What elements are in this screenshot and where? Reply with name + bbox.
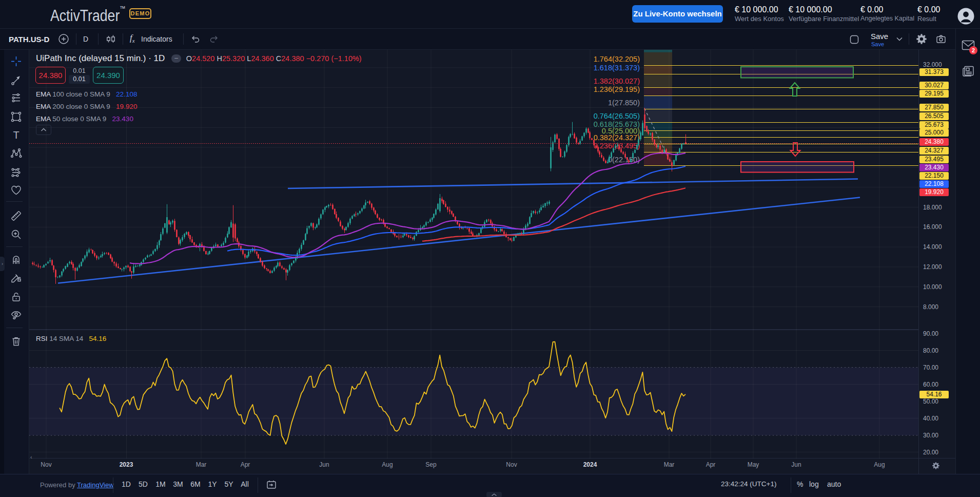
svg-text:1.382(30.027): 1.382(30.027) xyxy=(594,77,640,85)
svg-text:0.236(23.495): 0.236(23.495) xyxy=(594,142,640,150)
svg-text:1.764(32.205): 1.764(32.205) xyxy=(594,55,640,63)
svg-text:0.382(24.327): 0.382(24.327) xyxy=(594,133,640,142)
svg-text:0.764(26.505): 0.764(26.505) xyxy=(594,112,640,120)
svg-text:1.236(29.195): 1.236(29.195) xyxy=(594,85,640,93)
svg-text:T: T xyxy=(13,130,19,141)
svg-text:1(27.850): 1(27.850) xyxy=(608,99,640,107)
svg-text:1.618(31.373): 1.618(31.373) xyxy=(594,64,640,72)
